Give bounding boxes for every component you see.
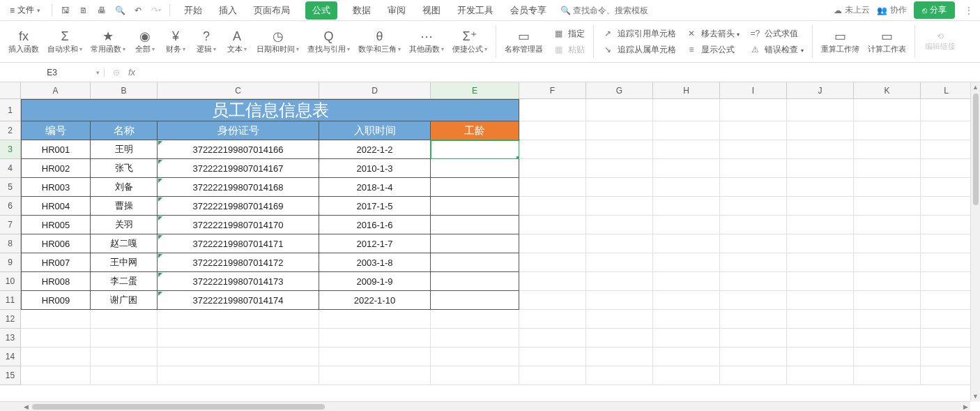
- cell-H14[interactable]: [653, 348, 720, 366]
- cell-K3[interactable]: [854, 140, 921, 159]
- cell-A13[interactable]: [21, 329, 91, 348]
- cell-F12[interactable]: [519, 310, 586, 329]
- cell-E15[interactable]: [431, 366, 519, 385]
- row-header-2[interactable]: 2: [0, 121, 21, 140]
- cell-K14[interactable]: [854, 348, 921, 366]
- tab-插入[interactable]: 插入: [217, 1, 238, 20]
- ribbon-trace-追踪从属单元格[interactable]: ↘追踪从属单元格: [601, 43, 677, 57]
- row-header-14[interactable]: 14: [0, 348, 21, 366]
- cell-K9[interactable]: [854, 253, 921, 272]
- ribbon-其他函数[interactable]: ⋯ 其他函数▾: [405, 21, 448, 62]
- cell-D10[interactable]: 2009-1-9: [319, 272, 431, 291]
- cell-J6[interactable]: [787, 197, 854, 216]
- cell-F9[interactable]: [519, 253, 586, 272]
- cell-D7[interactable]: 2016-1-6: [319, 216, 431, 234]
- scroll-right-arrow[interactable]: ▶: [960, 402, 970, 411]
- cell-J9[interactable]: [787, 253, 854, 272]
- cell-K2[interactable]: [854, 121, 921, 140]
- cell-B6[interactable]: 曹操: [91, 197, 158, 216]
- cell-J4[interactable]: [787, 159, 854, 178]
- cell-D14[interactable]: [319, 348, 431, 366]
- cell-I10[interactable]: [720, 272, 787, 291]
- cell-H1[interactable]: [653, 99, 720, 121]
- cell-K4[interactable]: [854, 159, 921, 178]
- horizontal-scrollbar[interactable]: ◀ ▶: [0, 401, 970, 411]
- cell-B8[interactable]: 赵二嘎: [91, 234, 158, 253]
- cell-J13[interactable]: [787, 329, 854, 348]
- row-header-6[interactable]: 6: [0, 197, 21, 216]
- cell-C11[interactable]: 372222199807014174: [158, 291, 319, 310]
- ribbon-数学和三角[interactable]: θ 数学和三角▾: [354, 21, 405, 62]
- cell-F11[interactable]: [519, 291, 586, 310]
- scroll-thumb-h[interactable]: [32, 404, 325, 410]
- save-icon[interactable]: 🖫: [58, 3, 73, 18]
- cell-G7[interactable]: [586, 216, 653, 234]
- cell-L15[interactable]: [921, 366, 972, 385]
- ribbon-eval-错误检查[interactable]: ⚠错误检查 ▾: [748, 43, 804, 57]
- cell-L13[interactable]: [921, 329, 972, 348]
- cell-G12[interactable]: [586, 310, 653, 329]
- col-header-G[interactable]: G: [586, 82, 653, 99]
- ribbon-查找与引用[interactable]: Q 查找与引用▾: [303, 21, 354, 62]
- cell-A11[interactable]: HR009: [21, 291, 91, 310]
- cell-A9[interactable]: HR007: [21, 253, 91, 272]
- cancel-formula-icon[interactable]: ⊖: [110, 68, 123, 77]
- cell-G15[interactable]: [586, 366, 653, 385]
- name-box[interactable]: E3 ▾: [0, 68, 105, 77]
- ribbon-trace-追踪引用单元格[interactable]: ↗追踪引用单元格: [601, 27, 677, 40]
- cell-E14[interactable]: [431, 348, 519, 366]
- cell-I13[interactable]: [720, 329, 787, 348]
- cell-C6[interactable]: 372222199807014169: [158, 197, 319, 216]
- ribbon-自动求和[interactable]: Σ 自动求和▾: [43, 21, 86, 62]
- col-header-K[interactable]: K: [854, 82, 921, 99]
- ribbon-计算工作表[interactable]: ▭ 计算工作表: [864, 21, 910, 62]
- col-header-H[interactable]: H: [653, 82, 720, 99]
- cell-F10[interactable]: [519, 272, 586, 291]
- cell-L7[interactable]: [921, 216, 972, 234]
- cell-A12[interactable]: [21, 310, 91, 329]
- cell-E6[interactable]: [431, 197, 519, 216]
- cell-C10[interactable]: 372222199807014173: [158, 272, 319, 291]
- share-button[interactable]: ⎋ 分享: [914, 1, 955, 19]
- cell-B4[interactable]: 张飞: [91, 159, 158, 178]
- cell-C3[interactable]: 372222199807014166: [158, 140, 319, 159]
- cell-B5[interactable]: 刘备: [91, 178, 158, 197]
- cell-K10[interactable]: [854, 272, 921, 291]
- cell-E9[interactable]: [431, 253, 519, 272]
- cell-C13[interactable]: [158, 329, 319, 348]
- cell-I7[interactable]: [720, 216, 787, 234]
- cell-L10[interactable]: [921, 272, 972, 291]
- row-header-1[interactable]: 1: [0, 99, 21, 121]
- row-header-9[interactable]: 9: [0, 253, 21, 272]
- cell-J3[interactable]: [787, 140, 854, 159]
- cell-J15[interactable]: [787, 366, 854, 385]
- cell-B14[interactable]: [91, 348, 158, 366]
- cell-D4[interactable]: 2010-1-3: [319, 159, 431, 178]
- cell-A4[interactable]: HR002: [21, 159, 91, 178]
- scroll-thumb-v[interactable]: [973, 94, 979, 205]
- vertical-scrollbar[interactable]: ▲ ▼: [970, 82, 980, 401]
- cell-G14[interactable]: [586, 348, 653, 366]
- cell-L9[interactable]: [921, 253, 972, 272]
- cell-D8[interactable]: 2012-1-7: [319, 234, 431, 253]
- cell-E7[interactable]: [431, 216, 519, 234]
- cell-B15[interactable]: [91, 366, 158, 385]
- cell-H5[interactable]: [653, 178, 720, 197]
- cell-A15[interactable]: [21, 366, 91, 385]
- select-all-corner[interactable]: [0, 82, 21, 99]
- cell-K1[interactable]: [854, 99, 921, 121]
- cell-I9[interactable]: [720, 253, 787, 272]
- cell-G6[interactable]: [586, 197, 653, 216]
- cell-I12[interactable]: [720, 310, 787, 329]
- cell-L6[interactable]: [921, 197, 972, 216]
- cell-J8[interactable]: [787, 234, 854, 253]
- cell-H11[interactable]: [653, 291, 720, 310]
- ribbon-便捷公式[interactable]: Σ⁺ 便捷公式▾: [448, 21, 491, 62]
- cell-C15[interactable]: [158, 366, 319, 385]
- cell-F3[interactable]: [519, 140, 586, 159]
- cell-G5[interactable]: [586, 178, 653, 197]
- cell-F8[interactable]: [519, 234, 586, 253]
- cell-D9[interactable]: 2003-1-8: [319, 253, 431, 272]
- cell-K15[interactable]: [854, 366, 921, 385]
- tab-数据[interactable]: 数据: [351, 1, 372, 20]
